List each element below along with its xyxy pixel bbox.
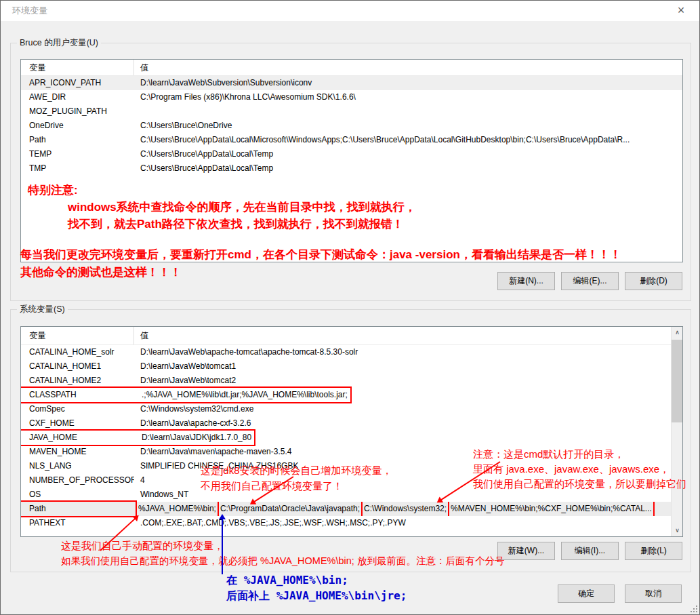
jdk8-note-line: 这是jdk8安装的时候会自己增加环境变量，: [201, 464, 392, 477]
path-segment-oracle-javapath: C:\ProgramData\Oracle\Java\javapath;: [218, 502, 363, 516]
red-callout-box: JAVA_HOME D:\learn\Java\JDK\jdk1.7.0_80: [20, 429, 255, 446]
ok-button[interactable]: 确定: [558, 584, 615, 603]
var-value: D:\learn\JavaWeb\apache-tomcat\apache-to…: [134, 345, 682, 359]
close-icon[interactable]: ×: [671, 1, 691, 21]
var-name: ComSpec: [21, 402, 134, 416]
var-name: APR_ICONV_PATH: [21, 76, 134, 90]
var-name: CXF_HOME: [21, 416, 134, 431]
var-value: D:\learn\Java\JDK\jdk1.7.0_80: [136, 431, 254, 445]
var-name: MAVEN_HOME: [21, 445, 134, 459]
path-segment-java-home-bin: %JAVA_HOME%\bin;: [137, 502, 219, 516]
var-name: AWE_DIR: [21, 90, 134, 104]
var-value: [134, 104, 682, 119]
table-row[interactable]: ComSpec C:\Windows\system32\cmd.exe: [21, 402, 682, 416]
cmd-dir-note-line: 我们使用自己配置的环境变量，所以要删掉它们: [473, 478, 686, 491]
manual-note-line: 如果我们使用自己配置的环境变量，就必须把 %JAVA_HOME%\bin; 放到…: [61, 555, 504, 568]
jre-note-line: 后面补上 %JAVA_HOME%\bin\jre;: [226, 589, 407, 603]
user-variables-list[interactable]: 变量 值 APR_ICONV_PATH D:\learn\JavaWeb\Sub…: [20, 59, 683, 262]
system-variables-legend: 系统变量(S): [17, 304, 68, 315]
system-new-button[interactable]: 新建(W)...: [497, 542, 555, 560]
special-note-line: 找不到，就去Path路径下依次查找，找到就执行，找不到就报错！: [68, 216, 404, 232]
list-header: 变量 值: [21, 60, 682, 76]
var-name: NUMBER_OF_PROCESSORS: [21, 473, 134, 488]
user-edit-button[interactable]: 编辑(E)...: [561, 272, 619, 290]
system-delete-button[interactable]: 删除(L): [625, 542, 682, 560]
table-row[interactable]: TEMP C:\Users\Bruce\AppData\Local\Temp: [21, 147, 682, 161]
var-name: OS: [21, 488, 134, 502]
red-callout-box: CLASSPATH .;%JAVA_HOME%\lib\dt.jar;%JAVA…: [20, 386, 352, 403]
table-row[interactable]: AWE_DIR C:\Program Files (x86)\Khrona LL…: [21, 90, 682, 104]
manual-note-line: 这是我们自己手动配置的环境变量，: [61, 540, 224, 553]
path-segment-rest: %MAVEN_HOME%\bin;%CXF_HOME%\bin;%CATAL..…: [448, 502, 655, 516]
var-name: Path: [21, 133, 134, 147]
var-name: TEMP: [21, 147, 134, 161]
var-name: CLASSPATH: [21, 388, 136, 402]
var-value: C:\Users\Bruce\AppData\Local\Temp: [134, 161, 682, 176]
list-header: 变量 值: [21, 327, 682, 345]
var-value: D:\learn\JavaWeb\tomcat1: [134, 359, 682, 374]
table-row[interactable]: Path C:\Users\Bruce\AppData\Local\Micros…: [21, 133, 682, 147]
system-edit-button[interactable]: 编辑(I)...: [561, 542, 619, 560]
path-segment-windows-system32: C:\Windows\system32;: [361, 502, 449, 516]
scrollbar-thumb[interactable]: [672, 340, 683, 422]
var-value: .COM;.EXE;.BAT;.CMD;.VBS;.VBE;.JS;.JSE;.…: [134, 516, 682, 530]
resize-grip[interactable]: [689, 604, 697, 612]
system-variables-list[interactable]: 变量 值 CATALINA_HOME_solr D:\learn\JavaWeb…: [20, 326, 683, 537]
cmd-dir-note-line: 注意：这是cmd默认打开的目录，: [473, 448, 624, 461]
user-new-button[interactable]: 新建(N)...: [497, 272, 555, 290]
table-row[interactable]: CATALINA_HOME_solr D:\learn\JavaWeb\apac…: [21, 345, 682, 359]
var-value: D:\learn\JavaWeb\tomcat2: [134, 374, 682, 388]
table-row[interactable]: APR_ICONV_PATH D:\learn\JavaWeb\Subversi…: [21, 76, 682, 90]
column-header-variable[interactable]: 变量: [21, 60, 134, 75]
jre-note-line: 在 %JAVA_HOME%\bin;: [226, 574, 348, 588]
table-row[interactable]: CATALINA_HOME2 D:\learn\JavaWeb\tomcat2: [21, 374, 682, 388]
retest-note-line: 其他命令的测试也是这样！！！: [20, 264, 182, 280]
var-name: JAVA_HOME: [21, 431, 136, 445]
table-row[interactable]: MOZ_PLUGIN_PATH: [21, 104, 682, 119]
var-value: C:\Users\Bruce\OneDrive: [134, 119, 682, 133]
red-callout-box: Path: [20, 500, 137, 517]
cancel-button[interactable]: 取消: [625, 584, 682, 603]
title-bar: 环境变量 ×: [1, 1, 699, 21]
var-name: TMP: [21, 161, 134, 176]
var-name: CATALINA_HOME_solr: [21, 345, 134, 359]
var-value: C:\Users\Bruce\AppData\Local\Microsoft\W…: [134, 133, 682, 147]
special-note-title: 特别注意:: [28, 182, 78, 198]
table-row-java-home[interactable]: JAVA_HOME D:\learn\Java\JDK\jdk1.7.0_80: [21, 431, 682, 445]
table-row[interactable]: CATALINA_HOME1 D:\learn\JavaWeb\tomcat1: [21, 359, 682, 374]
var-value: C:\Users\Bruce\AppData\Local\Temp: [134, 147, 682, 161]
var-name: Path: [29, 502, 46, 516]
table-row[interactable]: PATHEXT .COM;.EXE;.BAT;.CMD;.VBS;.VBE;.J…: [21, 516, 682, 530]
user-delete-button[interactable]: 删除(D): [625, 272, 682, 290]
var-value: D:\learn\Java\apache-cxf-3.2.6: [134, 416, 682, 431]
var-value: .;%JAVA_HOME%\lib\dt.jar;%JAVA_HOME%\lib…: [136, 388, 350, 402]
cmd-dir-note-line: 里面有 java.exe、javaw.exe、javaws.exe，: [473, 463, 670, 476]
scrollbar-down-icon[interactable]: ∨: [672, 525, 683, 536]
environment-variables-dialog: 环境变量 × Bruce 的用户变量(U) 变量 值 APR_ICONV_PAT…: [0, 0, 700, 615]
user-variables-legend: Bruce 的用户变量(U): [17, 37, 101, 48]
var-name: OneDrive: [21, 119, 134, 133]
table-row[interactable]: OneDrive C:\Users\Bruce\OneDrive: [21, 119, 682, 133]
var-name: PATHEXT: [21, 516, 134, 530]
table-row[interactable]: TMP C:\Users\Bruce\AppData\Local\Temp: [21, 161, 682, 176]
table-row[interactable]: CXF_HOME D:\learn\Java\apache-cxf-3.2.6: [21, 416, 682, 431]
var-name: CATALINA_HOME1: [21, 359, 134, 374]
column-header-value[interactable]: 值: [134, 327, 682, 344]
var-name: MOZ_PLUGIN_PATH: [21, 104, 134, 119]
table-row-path[interactable]: Path %JAVA_HOME%\bin; C:\ProgramData\Ora…: [21, 502, 682, 516]
var-name: CATALINA_HOME2: [21, 374, 134, 388]
window-title: 环境变量: [12, 1, 47, 21]
var-value: C:\Windows\system32\cmd.exe: [134, 402, 682, 416]
scrollbar-up-icon[interactable]: ∧: [672, 327, 683, 338]
jre-arrow-icon: [222, 519, 223, 574]
column-header-value[interactable]: 值: [134, 60, 682, 75]
var-name: NLS_LANG: [21, 459, 134, 473]
retest-note-line: 每当我们更改完环境变量后，要重新打开cmd，在各个目录下测试命令：java -v…: [20, 247, 621, 262]
system-variables-group: 系统变量(S) 变量 值 CATALINA_HOME_solr D:\learn…: [10, 309, 691, 572]
column-header-variable[interactable]: 变量: [21, 327, 134, 344]
var-value: D:\learn\JavaWeb\Subversion\Subversion\i…: [134, 76, 682, 90]
table-row-classpath[interactable]: CLASSPATH .;%JAVA_HOME%\lib\dt.jar;%JAVA…: [21, 388, 682, 402]
special-note-line: windows系统中查找命令的顺序，先在当前目录中找，找到就执行，: [68, 199, 416, 215]
var-value: C:\Program Files (x86)\Khrona LLC\Awesom…: [134, 90, 682, 104]
